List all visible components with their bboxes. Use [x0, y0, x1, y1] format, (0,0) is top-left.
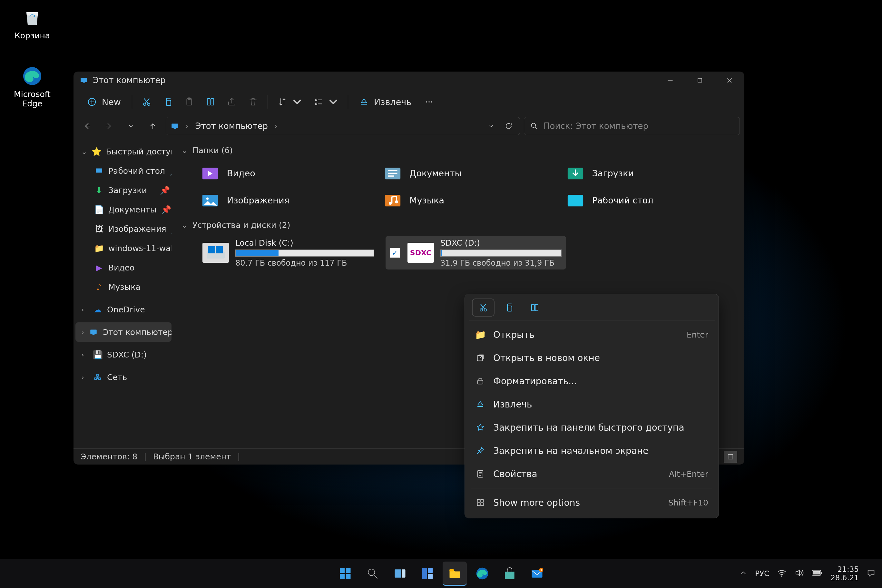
desktop-icon-recycle-bin[interactable]: Корзина: [10, 6, 55, 40]
svg-rect-39: [728, 454, 733, 459]
sidebar-item-documents[interactable]: 📄Документы📌: [75, 200, 171, 219]
ctx-item-show-more[interactable]: Show more optionsShift+F10: [469, 491, 715, 514]
sidebar-onedrive[interactable]: ›☁OneDrive: [75, 300, 171, 319]
svg-rect-51: [481, 503, 483, 506]
rename-button[interactable]: [200, 93, 221, 111]
tray-chevron-icon[interactable]: [740, 569, 747, 578]
taskview-button[interactable]: [388, 562, 412, 586]
titlebar[interactable]: Этот компьютер: [74, 72, 744, 89]
minimize-button[interactable]: [656, 72, 685, 89]
start-button[interactable]: [333, 562, 357, 586]
sidebar-network[interactable]: ›🖧Сеть: [75, 368, 171, 387]
sort-button[interactable]: [272, 93, 308, 111]
sidebar-item-music[interactable]: ♪Музыка: [75, 277, 171, 297]
svg-point-19: [531, 123, 536, 128]
more-button[interactable]: [418, 93, 440, 111]
folder-downloads[interactable]: Загрузки: [563, 161, 739, 185]
nav-back-button[interactable]: [78, 117, 96, 135]
close-button[interactable]: [715, 72, 744, 89]
folder-music[interactable]: Музыка: [380, 188, 556, 212]
tray-clock[interactable]: 21:35 28.6.21: [830, 565, 859, 582]
sidebar-item-desktop[interactable]: Рабочий стол📌: [75, 161, 171, 180]
sidebar-item-downloads[interactable]: ⬇Загрузки📌: [75, 180, 171, 200]
svg-rect-2: [83, 82, 85, 83]
ctx-item-pin-start[interactable]: Закрепить на начальном экране: [469, 439, 715, 462]
star-icon: [475, 422, 486, 433]
svg-rect-12: [315, 99, 317, 100]
eject-button[interactable]: Извлечь: [352, 93, 418, 111]
notifications-icon[interactable]: [867, 568, 876, 579]
sidebar-thispc[interactable]: ›Этот компьютер: [75, 322, 171, 342]
ctx-item-open-new-window[interactable]: Открыть в новом окне: [469, 346, 715, 369]
delete-button[interactable]: [242, 93, 264, 111]
sidebar-item-wallpapers[interactable]: 📁windows-11-wallpa: [75, 238, 171, 258]
folder-pictures[interactable]: Изображения: [198, 188, 374, 212]
tray-lang[interactable]: РУС: [755, 569, 769, 578]
svg-rect-3: [698, 78, 702, 82]
status-count: Элементов: 8: [81, 452, 137, 461]
nav-forward-button[interactable]: [100, 117, 118, 135]
sidebar-item-pictures[interactable]: 🖼Изображения📌: [75, 219, 171, 238]
format-icon: [475, 376, 486, 386]
search-input[interactable]: Поиск: Этот компьютер: [524, 117, 740, 135]
wifi-icon[interactable]: [777, 568, 787, 579]
taskbar-mail[interactable]: 1: [525, 562, 549, 586]
widgets-button[interactable]: [415, 562, 440, 586]
ctx-item-open[interactable]: 📁ОткрытьEnter: [469, 323, 715, 346]
drive-sdxc-d[interactable]: ✓ SDXC SDXC (D:) 31,9 ГБ свободно из 31,…: [386, 236, 566, 270]
cut-button[interactable]: [136, 93, 158, 111]
search-button[interactable]: [360, 562, 385, 586]
search-placeholder: Поиск: Этот компьютер: [543, 121, 648, 131]
address-bar[interactable]: › Этот компьютер ›: [166, 117, 520, 135]
eject-icon: [475, 399, 486, 410]
sidebar-sdxc[interactable]: ›💾SDXC (D:): [75, 345, 171, 364]
picture-icon: 🖼: [94, 224, 104, 234]
view-thumbnails-button[interactable]: [724, 451, 737, 463]
drive-local-c[interactable]: Local Disk (C:) 80,7 ГБ свободно из 117 …: [198, 236, 378, 270]
battery-icon[interactable]: [812, 569, 823, 578]
copy-button[interactable]: [158, 93, 178, 111]
context-menu: 📁ОткрытьEnter Открыть в новом окне Форма…: [465, 294, 719, 518]
folder-icon: [94, 166, 104, 176]
taskbar-edge[interactable]: [470, 562, 494, 586]
sidebar-item-video[interactable]: ▶Видео: [75, 258, 171, 277]
taskbar-explorer[interactable]: [442, 562, 467, 586]
svg-rect-17: [171, 123, 178, 128]
svg-rect-49: [481, 500, 483, 502]
ctx-cut-button[interactable]: [472, 299, 494, 316]
folder-documents[interactable]: Документы: [380, 161, 556, 185]
ctx-item-properties[interactable]: СвойстваAlt+Enter: [469, 462, 715, 486]
svg-rect-38: [216, 246, 223, 254]
volume-icon[interactable]: [794, 568, 804, 579]
desktop-icon-edge[interactable]: Microsoft Edge: [10, 64, 55, 108]
sidebar-quick-access[interactable]: ⌄ ⭐ Быстрый доступ: [75, 142, 171, 161]
nav-up-button[interactable]: [144, 117, 162, 135]
pin-icon: 📌: [160, 186, 168, 195]
ctx-item-eject[interactable]: Извлечь: [469, 393, 715, 416]
new-button[interactable]: New: [80, 93, 128, 111]
ctx-item-pin-quickaccess[interactable]: Закрепить на панели быстрого доступа: [469, 416, 715, 439]
maximize-button[interactable]: [685, 72, 715, 89]
view-button[interactable]: [308, 93, 344, 111]
taskbar-store[interactable]: [497, 562, 522, 586]
ctx-item-format[interactable]: Форматировать...: [469, 369, 715, 393]
paste-button[interactable]: [178, 93, 200, 111]
svg-rect-57: [394, 569, 401, 578]
refresh-button[interactable]: [502, 120, 515, 132]
group-header-drives[interactable]: ⌄Устройства и диски (2): [181, 218, 739, 232]
recycle-bin-icon: [21, 6, 44, 29]
nav-history-button[interactable]: [122, 117, 140, 135]
folder-icon: [383, 164, 402, 183]
thispc-icon: [88, 327, 98, 337]
folder-icon: 📁: [94, 243, 104, 253]
group-header-folders[interactable]: ⌄Папки (6): [181, 143, 739, 158]
folder-desktop[interactable]: Рабочий стол: [563, 188, 739, 212]
checkbox-icon[interactable]: ✓: [390, 248, 400, 258]
folder-video[interactable]: Видео: [198, 161, 374, 185]
ctx-rename-button[interactable]: [524, 299, 546, 316]
toolbar: New Извлечь: [74, 89, 744, 115]
system-tray[interactable]: РУС 21:35 28.6.21: [740, 565, 876, 582]
ctx-copy-button[interactable]: [498, 299, 520, 316]
address-dropdown-button[interactable]: [485, 120, 498, 132]
share-button[interactable]: [221, 93, 242, 111]
